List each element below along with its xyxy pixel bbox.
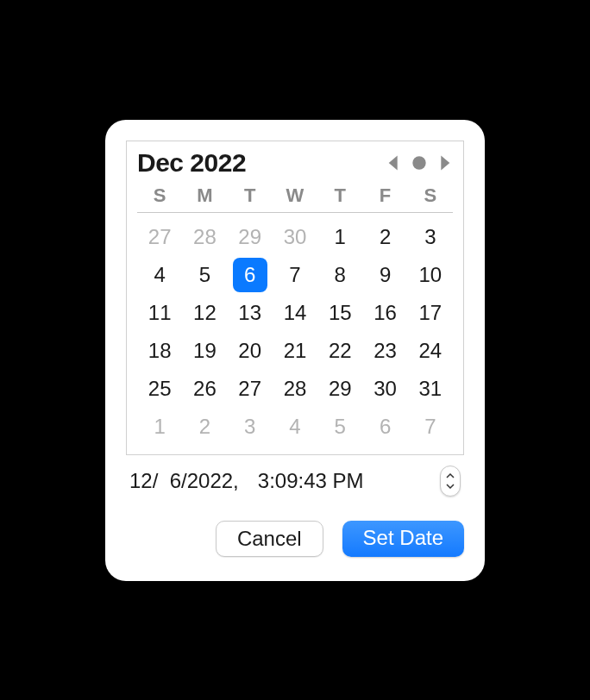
prev-month-icon[interactable] [386, 154, 399, 172]
calendar-day[interactable]: 15 [317, 294, 362, 332]
calendar-day-number: 3 [413, 220, 448, 254]
calendar-day[interactable]: 22 [317, 332, 362, 370]
calendar-day-number: 28 [187, 220, 222, 254]
calendar-day-number: 3 [233, 409, 267, 444]
calendar-day[interactable]: 20 [228, 332, 273, 370]
calendar-day-number: 21 [278, 334, 312, 368]
calendar-day-number: 2 [187, 409, 222, 444]
datetime-row: 12/ 6/2022, 3:09:43 PM [126, 466, 464, 497]
day-of-week-header: S [408, 183, 453, 212]
calendar-day-number: 24 [413, 334, 448, 368]
time-field[interactable]: 3:09:43 PM [258, 469, 364, 493]
calendar-day-number: 30 [368, 372, 403, 406]
calendar-day-number: 30 [278, 220, 312, 254]
calendar-day-number: 20 [233, 334, 267, 368]
calendar-day[interactable]: 1 [137, 408, 182, 446]
calendar-day-number: 29 [323, 372, 357, 406]
calendar-day-number: 1 [142, 409, 177, 444]
cancel-button[interactable]: Cancel [216, 521, 323, 557]
calendar-day[interactable]: 13 [228, 294, 273, 332]
calendar-day[interactable]: 23 [362, 332, 407, 370]
stepper-down-icon[interactable] [446, 481, 455, 491]
calendar-day[interactable]: 29 [317, 370, 362, 408]
calendar-day[interactable]: 24 [408, 332, 453, 370]
calendar-day[interactable]: 11 [137, 294, 182, 332]
calendar-day[interactable]: 26 [182, 370, 227, 408]
calendar-day[interactable]: 29 [228, 218, 273, 256]
calendar-header: Dec 2022 [137, 148, 453, 178]
calendar-day[interactable]: 31 [408, 370, 453, 408]
calendar-day[interactable]: 17 [408, 294, 453, 332]
calendar-day-number: 28 [278, 372, 312, 406]
calendar-day[interactable]: 10 [408, 256, 453, 294]
calendar-day[interactable]: 6 [362, 408, 407, 446]
calendar-day[interactable]: 3 [228, 408, 273, 446]
day-of-week-header: T [228, 183, 273, 212]
calendar-day[interactable]: 25 [137, 370, 182, 408]
calendar-day[interactable]: 2 [182, 408, 227, 446]
today-icon[interactable] [411, 155, 427, 171]
calendar-day-number: 13 [233, 296, 267, 330]
day-of-week-header: M [182, 183, 227, 212]
svg-point-0 [412, 156, 425, 169]
calendar-day-number: 29 [233, 220, 267, 254]
calendar-day-number: 31 [413, 372, 448, 406]
calendar-day[interactable]: 9 [362, 256, 407, 294]
stepper-up-icon[interactable] [446, 471, 455, 481]
calendar-day[interactable]: 4 [137, 256, 182, 294]
calendar: Dec 2022 SMTWTFS272829301234567891011121… [126, 141, 464, 455]
calendar-day[interactable]: 18 [137, 332, 182, 370]
calendar-day-number: 4 [142, 258, 177, 292]
calendar-day-number: 11 [142, 296, 177, 330]
calendar-day[interactable]: 4 [273, 408, 317, 446]
calendar-day[interactable]: 16 [362, 294, 407, 332]
calendar-day-number: 17 [413, 296, 448, 330]
calendar-day-number: 15 [323, 296, 357, 330]
day-of-week-header: T [317, 183, 362, 212]
calendar-day[interactable]: 14 [273, 294, 317, 332]
calendar-day-number: 12 [187, 296, 222, 330]
datetime-stepper[interactable] [440, 466, 461, 497]
button-row: Cancel Set Date [126, 521, 464, 557]
calendar-day-number: 27 [233, 372, 267, 406]
calendar-day-number: 14 [278, 296, 312, 330]
calendar-day[interactable]: 2 [362, 218, 407, 256]
day-of-week-header: F [362, 183, 407, 212]
next-month-icon[interactable] [439, 154, 453, 172]
calendar-day[interactable]: 27 [228, 370, 273, 408]
calendar-day[interactable]: 6 [228, 256, 273, 294]
set-date-button[interactable]: Set Date [342, 521, 464, 557]
calendar-day-number: 9 [368, 258, 403, 292]
calendar-day[interactable]: 28 [182, 218, 227, 256]
calendar-day[interactable]: 5 [182, 256, 227, 294]
calendar-day-number: 10 [413, 258, 448, 292]
calendar-day[interactable]: 7 [273, 256, 317, 294]
calendar-day[interactable]: 5 [317, 408, 362, 446]
calendar-day-number: 2 [368, 220, 403, 254]
calendar-day-number: 18 [142, 334, 177, 368]
calendar-day-number: 16 [368, 296, 403, 330]
calendar-day[interactable]: 8 [317, 256, 362, 294]
calendar-grid: SMTWTFS272829301234567891011121314151617… [137, 183, 453, 446]
calendar-day[interactable]: 28 [273, 370, 317, 408]
calendar-day[interactable]: 21 [273, 332, 317, 370]
calendar-day-number: 7 [413, 409, 448, 444]
calendar-day-number: 7 [278, 258, 312, 292]
calendar-day-number: 23 [368, 334, 403, 368]
calendar-day[interactable]: 19 [182, 332, 227, 370]
calendar-nav [386, 154, 453, 172]
month-year-label: Dec 2022 [137, 148, 246, 178]
calendar-day[interactable]: 27 [137, 218, 182, 256]
calendar-day[interactable]: 7 [408, 408, 453, 446]
day-of-week-header: W [273, 183, 317, 212]
calendar-day[interactable]: 3 [408, 218, 453, 256]
calendar-day-number: 27 [142, 220, 177, 254]
calendar-day-number: 6 [368, 409, 403, 444]
calendar-day-number: 26 [187, 372, 222, 406]
calendar-day[interactable]: 30 [273, 218, 317, 256]
calendar-day[interactable]: 1 [317, 218, 362, 256]
calendar-day[interactable]: 12 [182, 294, 227, 332]
date-field[interactable]: 12/ 6/2022, [129, 469, 239, 493]
calendar-day[interactable]: 30 [362, 370, 407, 408]
calendar-day-number: 8 [323, 258, 357, 292]
